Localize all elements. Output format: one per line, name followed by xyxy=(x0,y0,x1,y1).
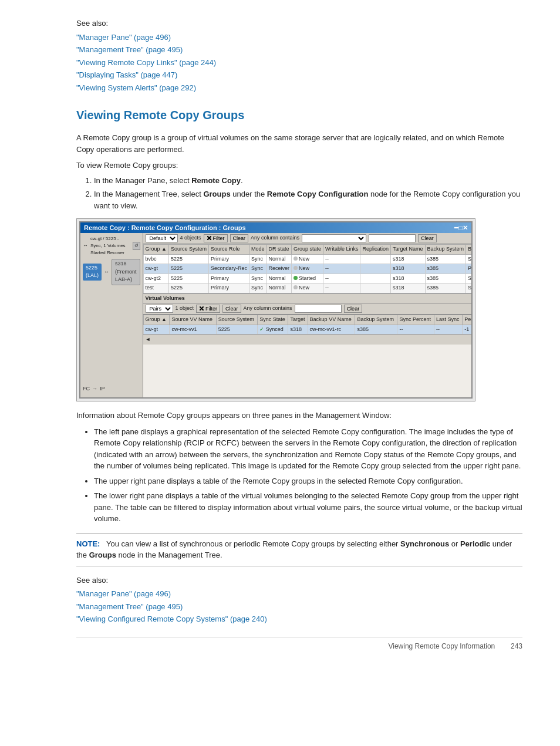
screenshot-inner: Remote Copy : Remote Copy Configuration … xyxy=(79,221,473,399)
link-viewing-system-alerts[interactable]: "Viewing System Alerts" (page 292) xyxy=(76,82,525,94)
note-label: NOTE: xyxy=(76,539,100,548)
window-controls: ━□✕ xyxy=(454,223,468,233)
screenshot-container: Remote Copy : Remote Copy Configuration … xyxy=(76,218,475,401)
window-titlebar: Remote Copy : Remote Copy Configuration … xyxy=(80,222,471,233)
link-manager-pane-top[interactable]: "Manager Pane" (page 496) xyxy=(76,32,525,43)
table-row: test 5225 Primary Sync Normal New -- s31… xyxy=(143,283,473,293)
server-b-label: s318 (Fremont LAB-A) xyxy=(112,259,140,285)
scroll-hint: ◄ ► xyxy=(143,335,473,345)
vv-filter-icon: 🗙 xyxy=(199,306,204,312)
left-pane-top: ↔ cw-gt / 5225 - Sync, 1 Volumes Started… xyxy=(83,235,140,285)
link-viewing-remote-copy-links[interactable]: "Viewing Remote Copy Links" (page 244) xyxy=(76,57,525,69)
vv-col-group: Group ▲ xyxy=(143,315,170,325)
vv-search-input[interactable] xyxy=(295,305,342,313)
step1-bold: Remote Copy xyxy=(191,176,241,185)
groups-table-header: Group ▲ Source System Source Role Mode D… xyxy=(143,245,473,255)
vv-col-source-name: Source VV Name xyxy=(170,315,216,325)
col-dr-state: DR state xyxy=(266,245,292,255)
see-also-top-label: See also: xyxy=(76,18,525,29)
scroll-left[interactable]: ◄ xyxy=(146,336,151,344)
vv-table-wrapper[interactable]: Group ▲ Source VV Name Source System Syn… xyxy=(143,315,473,335)
page-footer: Viewing Remote Copy Information 243 xyxy=(76,637,522,652)
step-1: In the Manager Pane, select Remote Copy. xyxy=(94,175,525,187)
section-heading: Viewing Remote Copy Groups xyxy=(76,106,525,124)
vv-col-backup-name: Backup VV Name xyxy=(308,315,355,325)
vv-table: Group ▲ Source VV Name Source System Syn… xyxy=(143,315,473,335)
protocol-arrow: → xyxy=(92,385,97,393)
steps-intro: To view Remote Copy groups: xyxy=(76,160,525,171)
table-row: cw-gt 5225 Secondary-Rec Sync Receiver N… xyxy=(143,264,473,274)
arrow-connector: ↔ xyxy=(104,268,109,276)
step-2: In the Management Tree, select Groups un… xyxy=(94,188,525,211)
left-pane: ↔ cw-gt / 5225 - Sync, 1 Volumes Started… xyxy=(80,233,143,397)
objects-count: 4 objects xyxy=(180,234,201,242)
link-manager-pane-bottom[interactable]: "Manager Pane" (page 496) xyxy=(76,588,525,600)
col-mode: Mode xyxy=(249,245,267,255)
any-col-label: Any column contains xyxy=(251,234,299,242)
vv-clear-button2[interactable]: Clear xyxy=(344,305,363,313)
left-pane-bottom: FC → IP xyxy=(83,385,105,393)
section-para1: A Remote Copy group is a group of virtua… xyxy=(76,132,522,155)
protocol-ip: IP xyxy=(100,385,105,393)
server-a-label: 5225 (LAL) xyxy=(83,264,102,281)
groups-table: Group ▲ Source System Source Role Mode D… xyxy=(143,244,473,293)
vv-col-source-sys: Source System xyxy=(216,315,257,325)
search-input-top[interactable] xyxy=(369,234,416,242)
vv-col-target: Target xyxy=(288,315,308,325)
table-row: bvbc 5225 Primary Sync Normal New -- s31… xyxy=(143,254,473,264)
right-pane: Default 4 objects 🗙 Filter Clear Any col… xyxy=(143,233,473,397)
note-groups-bold: Groups xyxy=(89,551,116,559)
bullet-1: The left pane displays a graphical repre… xyxy=(94,426,525,472)
col-source-role: Source Role xyxy=(208,245,249,255)
vv-label: Virtual Volumes xyxy=(146,295,185,303)
link-viewing-configured[interactable]: "Viewing Configured Remote Copy Systems"… xyxy=(76,613,525,625)
col-backup-sys: Backup System xyxy=(425,245,466,255)
note-synchronous-bold: Synchronous xyxy=(400,539,449,548)
clear-button-top[interactable]: Clear xyxy=(230,234,249,242)
server-chain-row: ↔ cw-gt / 5225 - Sync, 1 Volumes Started… xyxy=(83,235,140,256)
note-periodic-bold: Periodic xyxy=(460,539,490,548)
footer-left: Viewing Remote Copy Information xyxy=(388,641,495,652)
virtual-volumes-section-label: Virtual Volumes ⚙ ⬇ xyxy=(143,293,473,304)
col-group: Group ▲ xyxy=(143,245,168,255)
server-chain-label: cw-gt / 5225 - Sync, 1 Volumes Started R… xyxy=(90,235,130,256)
window-body: ↔ cw-gt / 5225 - Sync, 1 Volumes Started… xyxy=(80,233,471,397)
filter-button[interactable]: 🗙 Filter xyxy=(204,234,228,242)
col-group-state: Group state xyxy=(292,245,323,255)
vv-toolbar: Pairs 1 object 🗙 Filter Clear Any column… xyxy=(143,303,473,315)
bullet-2: The upper right pane displays a table of… xyxy=(94,475,525,487)
vv-clear-button[interactable]: Clear xyxy=(222,305,241,313)
link-displaying-tasks[interactable]: "Displaying Tasks" (page 447) xyxy=(76,69,525,81)
see-also-bottom-label: See also: xyxy=(76,575,525,586)
step2-config-bold: Remote Copy Configuration xyxy=(267,190,369,198)
vv-col-backup-sys: Backup System xyxy=(355,315,397,325)
vv-col-last-sync: Last Sync xyxy=(434,315,463,325)
pairs-select[interactable]: Pairs xyxy=(146,305,173,313)
vv-col-sync-state: Sync State xyxy=(258,315,288,325)
bullet-3: The lower right pane displays a table of… xyxy=(94,490,525,525)
vv-col-pending: Pending Data xyxy=(463,315,473,325)
vv-table-header: Group ▲ Source VV Name Source System Syn… xyxy=(143,315,473,325)
default-select[interactable]: Default xyxy=(146,234,178,242)
col-backup-role: Backup Role xyxy=(466,245,473,255)
groups-toolbar: Default 4 objects 🗙 Filter Clear Any col… xyxy=(143,233,473,244)
info-para: Information about Remote Copy groups app… xyxy=(76,410,522,421)
table-row: cw-gt2 5225 Primary Sync Normal Started … xyxy=(143,274,473,283)
groups-table-wrapper[interactable]: Group ▲ Source System Source Role Mode D… xyxy=(143,244,473,293)
recover-icon: ↺ xyxy=(133,242,140,250)
protocol-fc: FC xyxy=(83,385,90,393)
clear-button-top2[interactable]: Clear xyxy=(418,234,437,242)
table-row: cw-gt cw-mc-vv1 5225 ✓ Synced s318 cw-mc… xyxy=(143,325,473,335)
any-col-select[interactable] xyxy=(302,234,366,242)
vv-col-sync-pct: Sync Percent xyxy=(397,315,434,325)
bullet-list: The left pane displays a graphical repre… xyxy=(94,426,525,525)
step2-groups-bold: Groups xyxy=(203,190,230,198)
link-management-tree-top[interactable]: "Management Tree" (page 495) xyxy=(76,44,525,56)
server-chain-icon: ↔ xyxy=(83,242,88,250)
col-replication: Replication xyxy=(360,245,391,255)
vv-filter-button[interactable]: 🗙 Filter xyxy=(196,305,220,313)
footer-page-number: 243 xyxy=(511,641,522,652)
link-management-tree-bottom[interactable]: "Management Tree" (page 495) xyxy=(76,601,525,613)
col-source-sys: Source System xyxy=(168,245,208,255)
window-title: Remote Copy : Remote Copy Configuration … xyxy=(84,223,246,233)
